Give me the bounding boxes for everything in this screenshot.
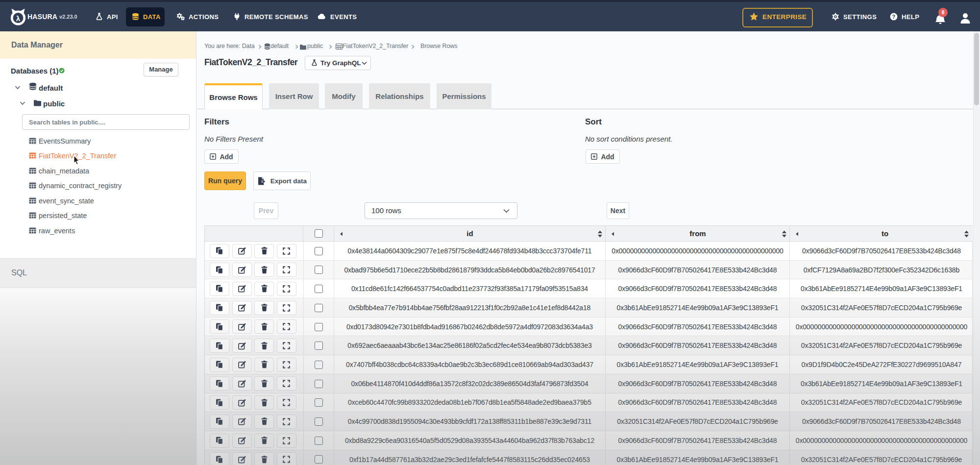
svg-text:λ: λ [16, 14, 21, 23]
svg-text:?: ? [892, 14, 895, 20]
